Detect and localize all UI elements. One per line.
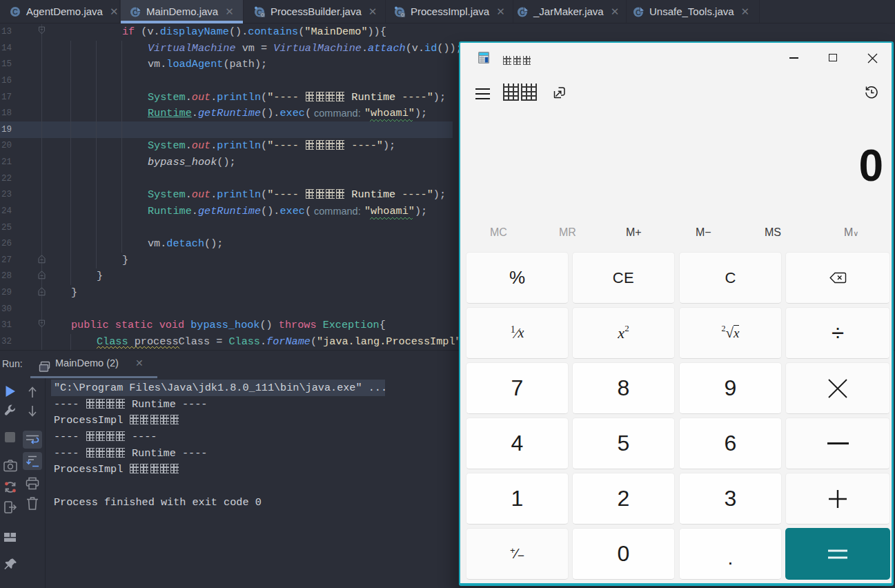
svg-text:C: C (12, 8, 18, 16)
